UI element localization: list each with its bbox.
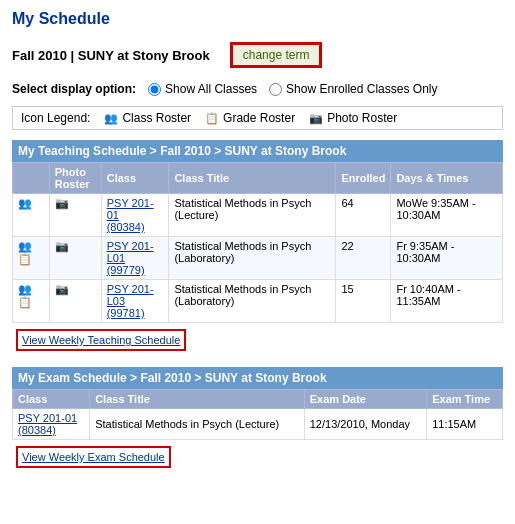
people-icon: 👥	[18, 197, 32, 209]
col-enrolled: Enrolled	[336, 163, 391, 194]
doc-icon3: 📋	[18, 296, 32, 308]
camera-icon2: 📷	[55, 240, 69, 252]
row2-photo: 📷	[49, 237, 101, 280]
icon-legend-row: Icon Legend: 👥 Class Roster 📋 Grade Rost…	[12, 106, 503, 130]
photo-roster-legend-icon: 📷	[309, 112, 323, 125]
exam-row1-time: 11:15AM	[427, 409, 503, 440]
legend-class-roster: 👥 Class Roster	[104, 111, 191, 125]
table-row: 👥 📋 📷 PSY 201-L01(99779) Statistical Met…	[13, 237, 503, 280]
class-link-3[interactable]: PSY 201-L03(99781)	[107, 283, 154, 319]
col-class: Class	[101, 163, 169, 194]
exam-row1-title: Statistical Methods in Psych (Lecture)	[90, 409, 305, 440]
col-days-times: Days & Times	[391, 163, 503, 194]
doc-icon2: 📋	[18, 253, 32, 265]
show-enrolled-option[interactable]: Show Enrolled Classes Only	[269, 82, 437, 96]
col-icons	[13, 163, 50, 194]
exam-col-time: Exam Time	[427, 390, 503, 409]
teaching-schedule-header: My Teaching Schedule > Fall 2010 > SUNY …	[12, 140, 503, 162]
show-all-radio[interactable]	[148, 83, 161, 96]
show-all-classes-option[interactable]: Show All Classes	[148, 82, 257, 96]
row1-enrolled: 64	[336, 194, 391, 237]
view-exam-schedule-box: View Weekly Exam Schedule	[16, 446, 171, 468]
col-photo-roster: Photo Roster	[49, 163, 101, 194]
display-option-label: Select display option:	[12, 82, 136, 96]
view-teaching-schedule-link[interactable]: View Weekly Teaching Schedule	[22, 334, 180, 346]
row3-title: Statistical Methods in Psych (Laboratory…	[169, 280, 336, 323]
term-row: Fall 2010 | SUNY at Stony Brook change t…	[12, 42, 503, 68]
row3-enrolled: 15	[336, 280, 391, 323]
photo-roster-legend-label: Photo Roster	[327, 111, 397, 125]
row2-enrolled: 22	[336, 237, 391, 280]
row2-icons: 👥 📋	[13, 237, 50, 280]
exam-row1-date: 12/13/2010, Monday	[304, 409, 426, 440]
exam-col-title: Class Title	[90, 390, 305, 409]
class-roster-legend-label: Class Roster	[122, 111, 191, 125]
legend-grade-roster: 📋 Grade Roster	[205, 111, 295, 125]
legend-label: Icon Legend:	[21, 111, 90, 125]
term-label: Fall 2010 | SUNY at Stony Brook	[12, 48, 210, 63]
table-row: 👥 📷 PSY 201-01(80384) Statistical Method…	[13, 194, 503, 237]
row2-times: Fr 9:35AM - 10:30AM	[391, 237, 503, 280]
row3-times: Fr 10:40AM - 11:35AM	[391, 280, 503, 323]
exam-schedule-header: My Exam Schedule > Fall 2010 > SUNY at S…	[12, 367, 503, 389]
row2-class: PSY 201-L01(99779)	[101, 237, 169, 280]
row1-icons: 👥	[13, 194, 50, 237]
exam-schedule-table: Class Class Title Exam Date Exam Time PS…	[12, 389, 503, 440]
exam-col-class: Class	[13, 390, 90, 409]
row1-title: Statistical Methods in Psych (Lecture)	[169, 194, 336, 237]
teaching-schedule-table: Photo Roster Class Class Title Enrolled …	[12, 162, 503, 323]
camera-icon: 📷	[55, 197, 69, 209]
display-options: Select display option: Show All Classes …	[12, 82, 503, 96]
class-link-1[interactable]: PSY 201-01(80384)	[107, 197, 154, 233]
class-roster-legend-icon: 👥	[104, 112, 118, 125]
people-icon2: 👥	[18, 240, 32, 252]
legend-photo-roster: 📷 Photo Roster	[309, 111, 397, 125]
row1-class: PSY 201-01(80384)	[101, 194, 169, 237]
grade-roster-legend-label: Grade Roster	[223, 111, 295, 125]
show-all-label: Show All Classes	[165, 82, 257, 96]
exam-class-link-1[interactable]: PSY 201-01(80384)	[18, 412, 77, 436]
show-enrolled-label: Show Enrolled Classes Only	[286, 82, 437, 96]
camera-icon3: 📷	[55, 283, 69, 295]
row3-class: PSY 201-L03(99781)	[101, 280, 169, 323]
view-teaching-schedule-box: View Weekly Teaching Schedule	[16, 329, 186, 351]
row2-title: Statistical Methods in Psych (Laboratory…	[169, 237, 336, 280]
people-icon3: 👥	[18, 283, 32, 295]
grade-roster-legend-icon: 📋	[205, 112, 219, 125]
row1-times: MoWe 9:35AM - 10:30AM	[391, 194, 503, 237]
table-row: 👥 📋 📷 PSY 201-L03(99781) Statistical Met…	[13, 280, 503, 323]
table-row: PSY 201-01(80384) Statistical Methods in…	[13, 409, 503, 440]
exam-col-date: Exam Date	[304, 390, 426, 409]
row3-icons: 👥 📋	[13, 280, 50, 323]
view-exam-schedule-link[interactable]: View Weekly Exam Schedule	[22, 451, 165, 463]
class-link-2[interactable]: PSY 201-L01(99779)	[107, 240, 154, 276]
row3-photo: 📷	[49, 280, 101, 323]
exam-row1-class: PSY 201-01(80384)	[13, 409, 90, 440]
change-term-button[interactable]: change term	[230, 42, 323, 68]
page-title: My Schedule	[12, 10, 503, 28]
show-enrolled-radio[interactable]	[269, 83, 282, 96]
row1-photo: 📷	[49, 194, 101, 237]
col-class-title: Class Title	[169, 163, 336, 194]
